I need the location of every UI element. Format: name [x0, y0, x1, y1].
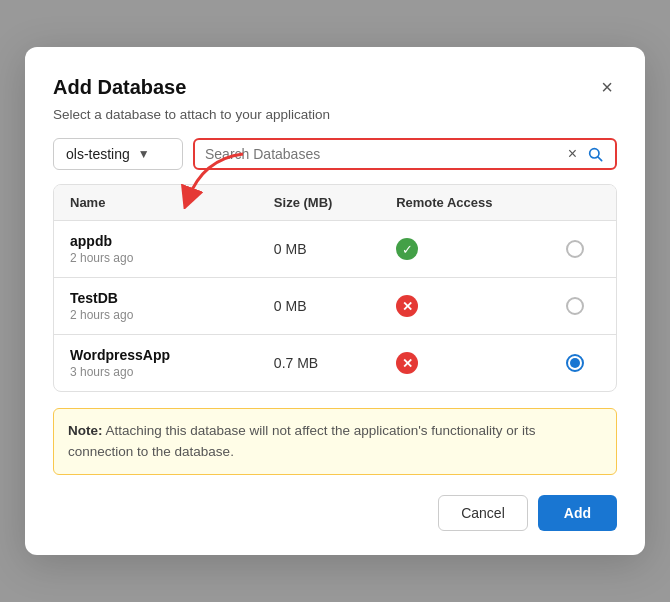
x-icon: ✕ — [396, 295, 418, 317]
chevron-down-icon: ▼ — [138, 147, 150, 161]
add-database-modal: Add Database × Select a database to atta… — [25, 47, 645, 555]
x-icon: ✕ — [396, 352, 418, 374]
db-time: 2 hours ago — [70, 308, 274, 322]
modal-title: Add Database — [53, 76, 186, 99]
remote-access-cell: ✓ — [396, 238, 549, 260]
table-row[interactable]: appdb 2 hours ago 0 MB ✓ — [54, 221, 616, 278]
db-name: WordpressApp — [70, 347, 274, 363]
db-size: 0 MB — [274, 298, 396, 314]
modal-header: Add Database × — [53, 75, 617, 99]
note-box: Note: Attaching this database will not a… — [53, 408, 617, 475]
col-header-select — [549, 195, 600, 210]
note-label: Note: — [68, 423, 103, 438]
db-name: appdb — [70, 233, 274, 249]
table-header: Name Size (MB) Remote Access — [54, 185, 616, 221]
search-box: × — [193, 138, 617, 170]
cancel-button[interactable]: Cancel — [438, 495, 528, 531]
db-name: TestDB — [70, 290, 274, 306]
col-header-remote: Remote Access — [396, 195, 549, 210]
col-header-name: Name — [70, 195, 274, 210]
search-input[interactable] — [205, 146, 560, 162]
db-time: 2 hours ago — [70, 251, 274, 265]
svg-line-1 — [598, 157, 602, 161]
remote-access-cell: ✕ — [396, 352, 549, 374]
footer-buttons: Cancel Add — [53, 495, 617, 531]
db-time: 3 hours ago — [70, 365, 274, 379]
radio-button[interactable] — [566, 297, 584, 315]
clear-search-button[interactable]: × — [566, 146, 579, 162]
close-button[interactable]: × — [597, 75, 617, 99]
db-name-cell: WordpressApp 3 hours ago — [70, 347, 274, 379]
col-header-size: Size (MB) — [274, 195, 396, 210]
add-button[interactable]: Add — [538, 495, 617, 531]
radio-cell[interactable] — [549, 240, 600, 258]
server-name-label: ols-testing — [66, 146, 130, 162]
db-size: 0 MB — [274, 241, 396, 257]
table-row[interactable]: TestDB 2 hours ago 0 MB ✕ — [54, 278, 616, 335]
search-button[interactable] — [585, 146, 605, 162]
radio-button-selected[interactable] — [566, 354, 584, 372]
server-select[interactable]: ols-testing ▼ — [53, 138, 183, 170]
table-row[interactable]: WordpressApp 3 hours ago 0.7 MB ✕ — [54, 335, 616, 391]
radio-cell[interactable] — [549, 354, 600, 372]
db-name-cell: TestDB 2 hours ago — [70, 290, 274, 322]
radio-button[interactable] — [566, 240, 584, 258]
remote-access-cell: ✕ — [396, 295, 549, 317]
check-icon: ✓ — [396, 238, 418, 260]
modal-subtitle: Select a database to attach to your appl… — [53, 107, 617, 122]
db-size: 0.7 MB — [274, 355, 396, 371]
controls-row: ols-testing ▼ × — [53, 138, 617, 170]
db-name-cell: appdb 2 hours ago — [70, 233, 274, 265]
radio-cell[interactable] — [549, 297, 600, 315]
database-table: Name Size (MB) Remote Access appdb 2 hou… — [53, 184, 617, 392]
note-text: Attaching this database will not affect … — [68, 423, 536, 458]
